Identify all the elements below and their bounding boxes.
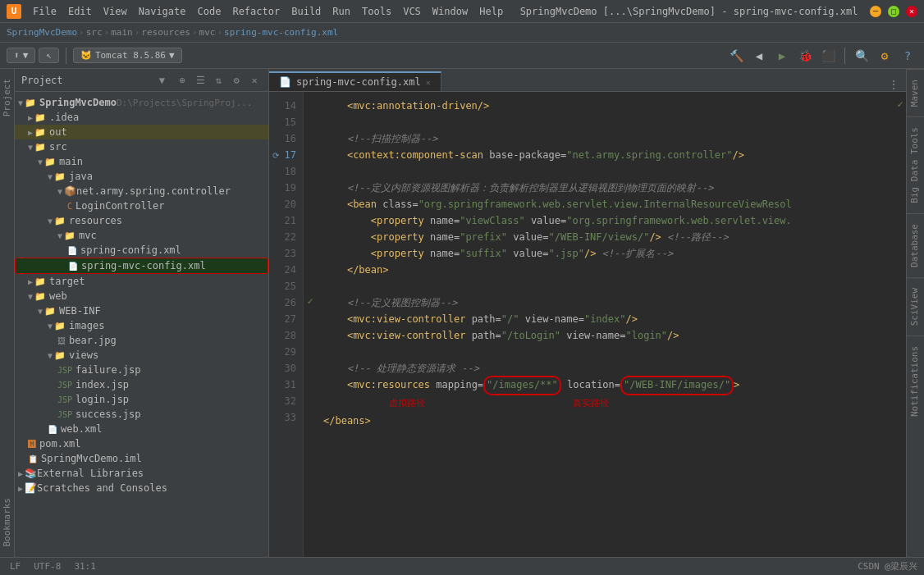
menu-file[interactable]: File (28, 4, 62, 19)
tree-item-bearjpg[interactable]: 🖼 bear.jpg (15, 333, 268, 348)
code-content[interactable]: <mvc:annotation-driven/> <!--扫描控制器--> <c… (317, 92, 894, 557)
run-button[interactable]: ▶ (772, 46, 792, 66)
right-panel-database[interactable]: Database (907, 213, 924, 277)
status-position[interactable]: 31:1 (71, 561, 99, 572)
virtual-path-label: 虚拟路径 (389, 396, 425, 411)
left-tab-bookmarks[interactable]: Bookmarks (0, 488, 14, 557)
vcs-button[interactable]: ⬆ ▼ (7, 48, 35, 63)
build-button[interactable]: 🔨 (726, 46, 746, 66)
menu-build[interactable]: Build (286, 4, 326, 19)
breadcrumb-item-5[interactable]: spring-mvc-config.xml (224, 27, 338, 38)
tree-item-webinf[interactable]: ▼ 📁 WEB-INF (15, 303, 268, 318)
code-line-31: <mvc:resources mapping= "/images/**" loc… (323, 377, 894, 394)
status-lf[interactable]: LF (7, 561, 24, 572)
menu-view[interactable]: View (98, 4, 132, 19)
settings-button[interactable]: ⚙ (875, 46, 894, 66)
menu-refactor[interactable]: Refactor (227, 4, 285, 19)
menu-bar: File Edit View Navigate Code Refactor Bu… (28, 4, 508, 19)
sidebar-collapse-icon[interactable]: ☰ (193, 73, 208, 88)
maximize-button[interactable]: □ (888, 6, 899, 17)
right-panel-sciview[interactable]: SciView (907, 277, 924, 335)
active-tab[interactable]: 📄 spring-mvc-config.xml ✕ (269, 71, 441, 91)
tree-item-webxml[interactable]: 📄 web.xml (15, 422, 268, 436)
cursor-button[interactable]: ↖ (39, 48, 59, 63)
minimize-button[interactable]: ─ (870, 6, 881, 17)
line-num-31: 31 (269, 377, 303, 394)
menu-tools[interactable]: Tools (357, 4, 396, 19)
tree-item-java[interactable]: ▼ 📁 java (15, 169, 268, 184)
sidebar-dropdown[interactable]: ▼ (159, 75, 165, 86)
close-button[interactable]: ✕ (906, 6, 917, 17)
menu-help[interactable]: Help (474, 4, 508, 19)
vcs-dropdown[interactable]: ▼ (23, 50, 29, 61)
tree-item-failurejsp[interactable]: JSP failure.jsp (15, 363, 268, 377)
menu-window[interactable]: Window (428, 4, 473, 19)
help-button[interactable]: ? (898, 46, 917, 66)
gutter-32 (304, 394, 317, 410)
menu-code[interactable]: Code (193, 4, 226, 19)
gutter-22 (304, 230, 317, 246)
left-tab-panel: Project Bookmarks (0, 69, 15, 557)
menu-run[interactable]: Run (327, 4, 355, 19)
tree-item-web[interactable]: ▼ 📁 web (15, 289, 268, 303)
breadcrumb-item-4[interactable]: mvc (199, 27, 216, 38)
tree-item-mvc[interactable]: ▼ 📁 mvc (15, 228, 268, 243)
tree-item-pomxml[interactable]: 🅼 pom.xml (15, 436, 268, 451)
status-encoding[interactable]: UTF-8 (30, 561, 64, 572)
tree-item-spring-mvc-config[interactable]: 📄 spring-mvc-config.xml (15, 258, 268, 274)
run-back-button[interactable]: ◀ (749, 46, 769, 66)
tomcat-icon: 🐱 (80, 50, 92, 61)
tree-item-resources[interactable]: ▼ 📁 resources (15, 213, 268, 228)
gutter-column: ✓ (304, 92, 317, 557)
sidebar-locate-icon[interactable]: ⊕ (175, 73, 190, 88)
tree-item-target[interactable]: ▶ 📁 target (15, 274, 268, 289)
code-line-18 (323, 164, 894, 180)
tree-item-views[interactable]: ▼ 📁 views (15, 348, 268, 363)
tree-item-out[interactable]: ▶ 📁 out (15, 125, 268, 139)
tree-item-src[interactable]: ▼ 📁 src (15, 139, 268, 154)
line-num-28: 28 (269, 328, 303, 345)
menu-navigate[interactable]: Navigate (134, 4, 191, 19)
breadcrumb-item-0[interactable]: SpringMvcDemo (7, 27, 77, 38)
tab-menu-button[interactable]: ⋮ (881, 78, 906, 91)
right-panel-maven[interactable]: Maven (907, 69, 924, 116)
tree-item-logincontroller[interactable]: C LoginController (15, 199, 268, 213)
right-panel-notifications[interactable]: Notifications (907, 335, 924, 427)
tree-item-external-libraries[interactable]: ▶ 📚 External Libraries (15, 466, 268, 481)
sidebar-sort-icon[interactable]: ⇅ (211, 73, 226, 88)
line-num-33: 33 (269, 410, 303, 427)
code-area: 14 15 16 ⟳ 17 18 19 20 21 22 23 24 25 26… (269, 92, 906, 557)
tree-item-loginjsp[interactable]: JSP login.jsp (15, 392, 268, 407)
tomcat-dropdown[interactable]: ▼ (169, 50, 175, 61)
tree-item-idea[interactable]: ▶ 📁 .idea (15, 110, 268, 125)
tomcat-button[interactable]: 🐱 Tomcat 8.5.86 ▼ (73, 48, 182, 63)
debug-button[interactable]: 🐞 (795, 46, 815, 66)
tree-item-indexjsp[interactable]: JSP index.jsp (15, 377, 268, 392)
breadcrumb-item-3[interactable]: resources (141, 27, 190, 38)
valid-icon: ✓ (897, 98, 903, 110)
breadcrumb-item-1[interactable]: src (86, 27, 103, 38)
gutter-31 (304, 377, 317, 394)
breadcrumb-item-2[interactable]: main (111, 27, 133, 38)
sidebar-settings-icon[interactable]: ⚙ (229, 73, 244, 88)
gutter-33 (304, 410, 317, 427)
tree-item-successjsp[interactable]: JSP success.jsp (15, 407, 268, 422)
left-tab-project[interactable]: Project (0, 69, 14, 126)
toolbar-separator (66, 48, 66, 64)
tree-item-root[interactable]: ▼ 📁 SpringMvcDemo D:\Projects\SpringProj… (15, 95, 268, 110)
vcs-icon: ⬆ (14, 50, 20, 61)
sidebar-close-icon[interactable]: ✕ (247, 73, 262, 88)
right-panel-bigdata[interactable]: Big Data Tools (907, 116, 924, 213)
gutter-18 (304, 164, 317, 180)
menu-vcs[interactable]: VCS (398, 4, 426, 19)
tree-item-package[interactable]: ▼ 📦 net.army.spring.controller (15, 184, 268, 199)
tree-item-spring-config[interactable]: 📄 spring-config.xml (15, 243, 268, 258)
menu-edit[interactable]: Edit (63, 4, 97, 19)
tree-item-images[interactable]: ▼ 📁 images (15, 318, 268, 333)
tree-item-main[interactable]: ▼ 📁 main (15, 154, 268, 169)
tab-close-button[interactable]: ✕ (426, 78, 431, 87)
stop-button[interactable]: ⬛ (818, 46, 838, 66)
search-button[interactable]: 🔍 (852, 46, 871, 66)
tree-item-scratches[interactable]: ▶ 📝 Scratches and Consoles (15, 481, 268, 495)
tree-item-iml[interactable]: 📋 SpringMvcDemo.iml (15, 451, 268, 466)
